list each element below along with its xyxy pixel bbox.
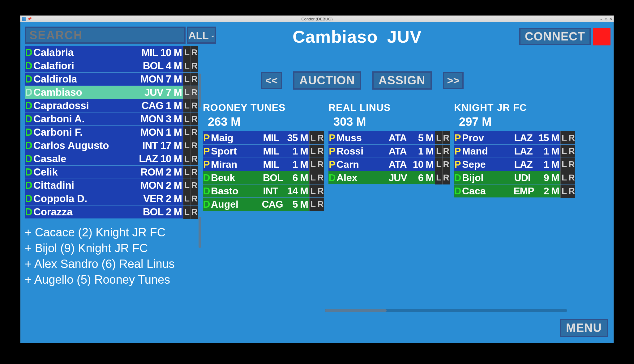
scrollbar-thumb[interactable] <box>199 217 201 248</box>
r-button[interactable]: R <box>317 145 324 158</box>
r-button[interactable]: R <box>191 59 198 73</box>
l-button[interactable]: L <box>560 131 568 145</box>
team-player-row[interactable]: DBastoINT 14 MLR <box>203 184 324 197</box>
teams-row[interactable]: ROONEY TUNES263 MPMaigMIL 35 MLRPSportMI… <box>203 102 610 211</box>
teams-horizontal-scrollbar[interactable] <box>325 309 567 312</box>
l-button[interactable]: L <box>183 205 191 219</box>
r-button[interactable]: R <box>191 112 198 126</box>
l-button[interactable]: L <box>183 126 191 139</box>
l-button[interactable]: L <box>183 152 191 166</box>
r-button[interactable]: R <box>442 131 450 145</box>
player-row[interactable]: DCittadiniMON 2 MLR <box>25 179 198 192</box>
prev-button[interactable]: << <box>261 72 282 89</box>
r-button[interactable]: R <box>317 198 324 211</box>
l-button[interactable]: L <box>183 179 191 192</box>
minimize-icon[interactable]: ⌄ <box>600 17 603 21</box>
r-button[interactable]: R <box>442 145 450 158</box>
team-player-row[interactable]: PSepeLAZ 1 MLR <box>454 158 575 171</box>
titlebar[interactable]: 📌 Condor (DEBUG) ⌄ ◇ ✕ <box>20 15 614 22</box>
player-row[interactable]: DCarboni A.MON 3 MLR <box>25 112 198 125</box>
r-button[interactable]: R <box>191 205 198 219</box>
r-button[interactable]: R <box>317 131 324 145</box>
r-button[interactable]: R <box>191 166 198 179</box>
player-row[interactable]: DCarboni F.MON 1 MLR <box>25 125 198 139</box>
team-player-row[interactable]: PSportMIL 1 MLR <box>203 144 324 158</box>
player-row[interactable]: DCapradossiCAG 1 MLR <box>25 99 198 112</box>
team-player-row[interactable]: PMussATA 5 MLR <box>328 131 450 144</box>
team-player-row[interactable]: PCarnATA 10 MLR <box>328 158 450 171</box>
log-scrollbar[interactable] <box>199 205 201 266</box>
team-player-row[interactable]: PRossiATA 1 MLR <box>328 144 450 158</box>
team-player-row[interactable]: DAugelCAG 5 MLR <box>203 197 324 211</box>
player-row[interactable]: DCalabriaMIL 10 MLR <box>25 46 198 59</box>
r-button[interactable]: R <box>191 99 198 112</box>
r-button[interactable]: R <box>191 73 198 86</box>
r-button[interactable]: R <box>317 158 324 171</box>
l-button[interactable]: L <box>560 145 568 158</box>
r-button[interactable]: R <box>568 131 575 145</box>
r-button[interactable]: R <box>191 139 198 152</box>
auction-button[interactable]: AUCTION <box>293 71 361 90</box>
l-button[interactable]: L <box>435 145 442 158</box>
r-button[interactable]: R <box>191 126 198 139</box>
connect-button[interactable]: CONNECT <box>519 28 591 45</box>
team-player-row[interactable]: PMaigMIL 35 MLR <box>203 131 324 144</box>
r-button[interactable]: R <box>568 171 575 184</box>
l-button[interactable]: L <box>183 59 191 73</box>
l-button[interactable]: L <box>183 73 191 86</box>
player-row[interactable]: DCelikROM 2 MLR <box>25 165 198 179</box>
r-button[interactable]: R <box>191 179 198 192</box>
l-button[interactable]: L <box>309 131 317 145</box>
l-button[interactable]: L <box>309 184 317 198</box>
close-icon[interactable]: ✕ <box>609 17 612 21</box>
l-button[interactable]: L <box>560 158 568 171</box>
player-list[interactable]: DCalabriaMIL 10 MLRDCalafioriBOL 4 MLRDC… <box>25 46 198 218</box>
l-button[interactable]: L <box>183 192 191 205</box>
r-button[interactable]: R <box>442 171 450 184</box>
r-button[interactable]: R <box>317 171 324 184</box>
next-button[interactable]: >> <box>443 72 464 89</box>
l-button[interactable]: L <box>183 46 191 59</box>
l-button[interactable]: L <box>309 198 317 211</box>
team-player-row[interactable]: PMandLAZ 1 MLR <box>454 144 575 158</box>
r-button[interactable]: R <box>568 158 575 171</box>
search-input[interactable] <box>25 27 186 44</box>
scrollbar-thumb[interactable] <box>199 74 201 108</box>
l-button[interactable]: L <box>183 99 191 112</box>
r-button[interactable]: R <box>191 46 198 59</box>
l-button[interactable]: L <box>435 171 442 184</box>
l-button[interactable]: L <box>183 86 191 99</box>
menu-button[interactable]: MENU <box>560 319 608 337</box>
l-button[interactable]: L <box>183 166 191 179</box>
r-button[interactable]: R <box>317 184 324 198</box>
player-row[interactable]: DCorazzaBOL 2 MLR <box>25 205 198 218</box>
team-player-row[interactable]: DCacaEMP 2 MLR <box>454 184 575 197</box>
team-player-row[interactable]: DBeukBOL 6 MLR <box>203 171 324 184</box>
assign-button[interactable]: ASSIGN <box>372 71 432 90</box>
team-player-row[interactable]: PProvLAZ 15 MLR <box>454 131 575 144</box>
player-row[interactable]: DCalafioriBOL 4 MLR <box>25 59 198 72</box>
team-player-row[interactable]: PMiranMIL 1 MLR <box>203 158 324 171</box>
l-button[interactable]: L <box>560 171 568 184</box>
l-button[interactable]: L <box>309 145 317 158</box>
l-button[interactable]: L <box>560 184 568 198</box>
player-row[interactable]: DCarlos AugustoINT 17 MLR <box>25 139 198 152</box>
l-button[interactable]: L <box>183 112 191 126</box>
l-button[interactable]: L <box>309 158 317 171</box>
r-button[interactable]: R <box>191 152 198 166</box>
l-button[interactable]: L <box>435 131 442 145</box>
player-row[interactable]: DCasaleLAZ 10 MLR <box>25 152 198 165</box>
r-button[interactable]: R <box>191 192 198 205</box>
r-button[interactable]: R <box>442 158 450 171</box>
team-player-row[interactable]: DAlexJUV 6 MLR <box>328 171 450 184</box>
l-button[interactable]: L <box>309 171 317 184</box>
r-button[interactable]: R <box>568 184 575 198</box>
l-button[interactable]: L <box>435 158 442 171</box>
r-button[interactable]: R <box>191 86 198 99</box>
maximize-icon[interactable]: ◇ <box>605 17 607 21</box>
scrollbar-thumb[interactable] <box>325 309 387 312</box>
pin-icon[interactable]: 📌 <box>27 17 32 21</box>
team-player-row[interactable]: DBijolUDI 9 MLR <box>454 171 575 184</box>
player-list-scrollbar[interactable] <box>199 46 201 218</box>
r-button[interactable]: R <box>568 145 575 158</box>
